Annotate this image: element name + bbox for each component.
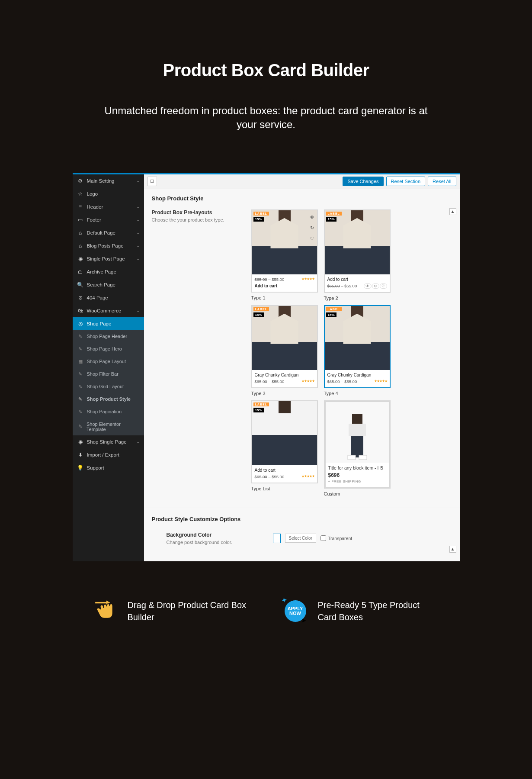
layout-option-type-list[interactable]: LABEL15% Add to cart $65.00 – $55.00★★★★… <box>251 400 318 496</box>
sidebar-item-woocommerce[interactable]: 🛍WooCommerce⌄ <box>73 304 144 317</box>
prelayouts-description: Product Box Pre-layouts Choose the your … <box>152 209 251 496</box>
label-badge: LABEL <box>253 402 269 406</box>
reset-section-button[interactable]: Reset Section <box>386 177 425 186</box>
sidebar-item-shop-layout[interactable]: ▦Shop Page Layout <box>73 355 144 368</box>
label-badge: LABEL <box>326 212 342 216</box>
scroll-up-button[interactable]: ▲ <box>449 546 456 553</box>
sidebar-item-label: Archive Page <box>87 269 116 274</box>
sidebar-item-support[interactable]: 💡Support <box>73 461 144 474</box>
sidebar-item-product-style[interactable]: ✎Shop Product Style <box>73 393 144 406</box>
transparent-label: Transparent <box>328 536 352 541</box>
price: $55.00 <box>272 277 284 282</box>
color-swatch[interactable] <box>273 534 281 543</box>
option-sub: Change post background color. <box>167 540 251 545</box>
sidebar-item-grid-layout[interactable]: ✎Shop Grid Layout <box>73 380 144 393</box>
chevron-down-icon: ⌄ <box>136 230 140 235</box>
search-icon: 🔍 <box>77 282 84 288</box>
bulb-icon: 💡 <box>77 465 84 471</box>
discount-badge: 15% <box>253 217 264 222</box>
ban-icon: ⊘ <box>77 295 84 301</box>
folder-icon: 🗀 <box>77 269 84 275</box>
pencil-icon: ✎ <box>77 409 84 415</box>
sidebar-item-pagination[interactable]: ✎Shop Pagination <box>73 406 144 418</box>
sidebar: ⚙Main Setting⌄ ☆Logo ≡Header⌄ ▭Footer⌄ ⌂… <box>73 174 144 561</box>
sidebar-item-shop-header[interactable]: ✎Shop Page Header <box>73 330 144 343</box>
hero-subtitle: Unmatched freedom in product boxes: the … <box>73 104 460 132</box>
pencil-icon: ✎ <box>77 384 84 390</box>
save-button[interactable]: Save Changes <box>343 177 383 186</box>
sidebar-item-label: Shop Single Page <box>87 439 127 444</box>
feature-text: Pre-Ready 5 Type Product Card Boxes <box>318 599 440 623</box>
pencil-icon: ✎ <box>77 424 84 429</box>
layout-grid: LABEL15% 👁↻♡ $65.00 – $55.00★★★★★ Add to… <box>251 209 452 496</box>
chevron-down-icon: ⌄ <box>136 439 140 444</box>
admin-panel: ⚙Main Setting⌄ ☆Logo ≡Header⌄ ▭Footer⌄ ⌂… <box>73 173 460 561</box>
svg-rect-4 <box>359 455 367 460</box>
pencil-icon: ✎ <box>77 396 84 402</box>
sidebar-item-header[interactable]: ≡Header⌄ <box>73 200 144 213</box>
heart-icon: ♡ <box>380 283 387 289</box>
sidebar-item-footer[interactable]: ▭Footer⌄ <box>73 213 144 226</box>
sidebar-item-shop-hero[interactable]: ✎Shop Page Hero <box>73 343 144 355</box>
old-price: $65.00 <box>327 283 340 288</box>
circle-icon: ◉ <box>77 439 84 445</box>
sidebar-item-single-post[interactable]: ◉Single Post Page⌄ <box>73 252 144 265</box>
sidebar-item-main-setting[interactable]: ⚙Main Setting⌄ <box>73 174 144 187</box>
sidebar-item-label: WooCommerce <box>87 308 122 313</box>
custom-card-price: $696 <box>328 472 386 478</box>
sidebar-item-elementor[interactable]: ✎Shop Elementor Template <box>73 418 144 435</box>
scroll-up-button[interactable]: ▲ <box>449 208 456 215</box>
price: $55.00 <box>272 379 284 384</box>
divider <box>144 508 460 508</box>
select-color-button[interactable]: Select Color <box>285 534 316 543</box>
sidebar-item-label: Shop Filter Bar <box>87 371 119 377</box>
layout-caption: Type 3 <box>251 391 318 396</box>
sparkle-icon: ✦ <box>281 596 288 604</box>
sidebar-item-filter-bar[interactable]: ✎Shop Filter Bar <box>73 368 144 380</box>
transparent-checkbox[interactable] <box>320 535 326 541</box>
layout-caption: Type 2 <box>324 296 391 301</box>
sidebar-item-label: Main Setting <box>87 178 115 183</box>
old-price: $65.00 <box>255 379 267 384</box>
sidebar-item-label: Import / Export <box>87 452 119 457</box>
layout-option-type-2[interactable]: LABEL15% Add to cart $65.00 – $55.00👁↻♡ … <box>324 209 391 301</box>
heart-icon: ♡ <box>310 236 314 241</box>
dash: – <box>340 283 345 288</box>
sidebar-item-search[interactable]: 🔍Search Page <box>73 278 144 291</box>
layout-option-type-4[interactable]: LABEL15% Gray Chunky Cardigan $65.00 – $… <box>324 305 391 396</box>
chevron-down-icon: ⌄ <box>136 217 140 222</box>
eye-icon: 👁 <box>364 283 372 289</box>
layout-option-custom[interactable]: Title for any block item - H5 $696 + FRE… <box>324 400 391 496</box>
label-badge: LABEL <box>253 212 269 216</box>
product-name: Gray Chunky Cardigan <box>255 373 314 377</box>
sidebar-item-label: Default Page <box>87 230 116 235</box>
transparent-option[interactable]: Transparent <box>320 535 352 541</box>
sidebar-item-shop-page[interactable]: ◎Shop Page <box>73 317 144 330</box>
hand-drag-icon <box>92 598 118 624</box>
layout-option-type-1[interactable]: LABEL15% 👁↻♡ $65.00 – $55.00★★★★★ Add to… <box>251 209 318 301</box>
sidebar-item-label: Footer <box>87 217 101 222</box>
sidebar-item-blog-posts[interactable]: ⌂Blog Posts Page⌄ <box>73 239 144 252</box>
chevron-down-icon: ⌄ <box>136 308 140 313</box>
svg-rect-3 <box>348 455 356 460</box>
sidebar-item-archive[interactable]: 🗀Archive Page <box>73 265 144 278</box>
reset-all-button[interactable]: Reset All <box>428 177 456 186</box>
sidebar-item-logo[interactable]: ☆Logo <box>73 187 144 200</box>
grid-icon: ▦ <box>77 359 84 364</box>
sidebar-item-default-page[interactable]: ⌂Default Page⌄ <box>73 226 144 239</box>
old-price: $65.00 <box>327 379 340 384</box>
discount-badge: 15% <box>253 312 264 317</box>
expand-icon[interactable]: ⊡ <box>147 177 157 186</box>
sidebar-item-import-export[interactable]: ⬇Import / Export <box>73 448 144 461</box>
stars-icon: ★★★★★ <box>301 474 314 478</box>
feature-pre-ready: ✦APPLYNOW➤ Pre-Ready 5 Type Product Card… <box>282 598 440 624</box>
layout-option-type-3[interactable]: LABEL15% Gray Chunky Cardigan $65.00 – $… <box>251 305 318 396</box>
sidebar-item-404[interactable]: ⊘404 Page <box>73 291 144 304</box>
shop-icon: 🛍 <box>77 308 84 314</box>
sidebar-item-shop-single[interactable]: ◉Shop Single Page⌄ <box>73 435 144 448</box>
stars-icon: ★★★★★ <box>301 277 314 281</box>
sidebar-item-label: Logo <box>87 191 98 196</box>
svg-rect-0 <box>352 414 362 424</box>
sidebar-submenu: ✎Shop Page Header ✎Shop Page Hero ▦Shop … <box>73 330 144 435</box>
refresh-icon: ↻ <box>372 283 379 289</box>
